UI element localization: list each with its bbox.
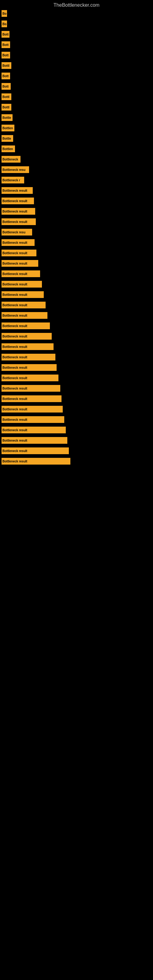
bar-item: Bottleneck result <box>2 343 54 350</box>
bar-row: Bottleneck result <box>2 269 151 278</box>
bar-item: Bottleneck result <box>2 291 44 298</box>
bar-label: Bottleneck result <box>2 397 27 401</box>
bar-row: Bottleneck result <box>2 457 151 466</box>
bar-item: Bottle <box>2 135 13 142</box>
bar-item: Bottleneck result <box>2 260 38 267</box>
bar-label: Bott <box>2 33 9 36</box>
bar-label: Bottleneck result <box>2 272 27 275</box>
bar-item: Bottleneck result <box>2 406 63 412</box>
bar-row: Bott <box>2 40 151 49</box>
bar-item: Bottleneck result <box>2 187 33 194</box>
bar-label: Bottleneck result <box>2 283 27 286</box>
bar-row: Bottleneck result <box>2 311 151 320</box>
bar-item: Bottleneck result <box>2 270 40 277</box>
bar-label: Bottleneck result <box>2 376 27 380</box>
bar-label: Bottleneck result <box>2 356 27 359</box>
bar-row: Bottleneck result <box>2 395 151 403</box>
bar-label: Bo <box>2 22 6 26</box>
bar-item: Bottleneck result <box>2 354 56 360</box>
bar-label: Bottleneck resu <box>2 168 26 172</box>
bar-item: Bottleneck resu <box>2 166 29 173</box>
bar-item: Bott <box>2 83 11 90</box>
bar-item: Bottleneck result <box>2 197 34 204</box>
bar-row: Bottleneck resu <box>2 165 151 174</box>
bar-label: Bottleneck result <box>2 460 27 463</box>
bar-row: Bottleneck result <box>2 259 151 268</box>
bar-item: Bottleneck result <box>2 447 69 454</box>
bar-label: Bottleneck result <box>2 428 27 432</box>
bar-label: Bottle <box>2 116 11 119</box>
bar-row: Bottleneck result <box>2 342 151 351</box>
bar-label: Bottleneck result <box>2 241 27 244</box>
bar-label: Bottleneck result <box>2 262 27 265</box>
bar-row: Bottleneck <box>2 155 151 164</box>
bar-item: Bottleneck result <box>2 395 62 402</box>
bar-label: Bottleneck result <box>2 345 27 348</box>
bar-label: Bottleneck result <box>2 335 27 338</box>
bar-item: Bottl <box>2 104 11 111</box>
bar-label: Bottleneck result <box>2 210 27 213</box>
bar-row: Bottleneck resu <box>2 228 151 236</box>
bar-item: Bottl <box>2 62 11 69</box>
bar-item: Bottleneck result <box>2 302 46 309</box>
bar-row: Bottleneck result <box>2 363 151 372</box>
bar-item: Bottleneck result <box>2 312 48 319</box>
bar-row: Bottleneck result <box>2 301 151 309</box>
bar-label: Bottleneck result <box>2 220 27 224</box>
bar-item: Bottleneck result <box>2 239 35 246</box>
bar-item: Bottl <box>2 94 11 100</box>
bar-label: Bo <box>2 12 6 15</box>
bar-item: Bo <box>2 10 7 17</box>
bar-row: Bottleneck result <box>2 374 151 382</box>
bar-item: Bottleneck resu <box>2 229 32 235</box>
bar-label: Bottleneck r <box>2 178 20 182</box>
bar-row: Bottl <box>2 103 151 111</box>
bar-label: Bottleneck result <box>2 324 27 328</box>
bar-item: Bottleneck result <box>2 281 42 288</box>
bar-item: Bott <box>2 52 10 59</box>
bar-row: Bottleneck result <box>2 290 151 299</box>
bar-label: Bottle <box>2 137 11 140</box>
bar-row: Bottleneck result <box>2 218 151 226</box>
bar-row: Bottleneck result <box>2 405 151 414</box>
bar-row: Bottlen <box>2 145 151 153</box>
bars-container: BoBoBottBottBottBottlBottBottBottlBottlB… <box>0 9 153 467</box>
bar-item: Bo <box>2 21 7 27</box>
bar-row: Bottleneck result <box>2 238 151 247</box>
bar-row: Bott <box>2 72 151 80</box>
bar-row: Bott <box>2 51 151 59</box>
bar-row: Bottl <box>2 92 151 101</box>
bar-label: Bottleneck result <box>2 449 27 453</box>
bar-label: Bottl <box>2 64 10 67</box>
bar-label: Bottleneck result <box>2 366 27 369</box>
bar-item: Bottleneck result <box>2 437 67 444</box>
bar-row: Bottleneck result <box>2 426 151 434</box>
site-title: TheBottlenecker.com <box>0 0 153 10</box>
bar-item: Bott <box>2 31 10 38</box>
bar-label: Bott <box>2 85 9 88</box>
bar-item: Bottleneck result <box>2 364 57 371</box>
bar-row: Bottleneck result <box>2 197 151 205</box>
bar-label: Bottleneck result <box>2 189 27 192</box>
bar-label: Bottleneck result <box>2 314 27 317</box>
bar-label: Bottleneck <box>2 158 18 161</box>
bar-item: Bottleneck result <box>2 385 60 392</box>
bar-row: Bottleneck result <box>2 280 151 288</box>
bar-label: Bottleneck resu <box>2 231 26 234</box>
bar-item: Bottleneck result <box>2 218 36 225</box>
bar-label: Bottlen <box>2 147 13 151</box>
bar-item: Bottleneck result <box>2 458 70 465</box>
bar-row: Bo <box>2 20 151 28</box>
bar-label: Bottleneck result <box>2 293 27 296</box>
bar-row: Bottleneck result <box>2 321 151 330</box>
bar-row: Bottleneck result <box>2 384 151 393</box>
bar-label: Bottleneck result <box>2 418 27 422</box>
bar-label: Bottleneck result <box>2 251 27 255</box>
bar-row: Bottle <box>2 134 151 143</box>
bar-label: Bottl <box>2 106 10 109</box>
bar-row: Bottleneck result <box>2 249 151 257</box>
bar-item: Bottleneck result <box>2 323 50 329</box>
bar-row: Bottleneck result <box>2 332 151 340</box>
bar-item: Bottleneck result <box>2 250 37 256</box>
bar-label: Bottl <box>2 95 10 99</box>
